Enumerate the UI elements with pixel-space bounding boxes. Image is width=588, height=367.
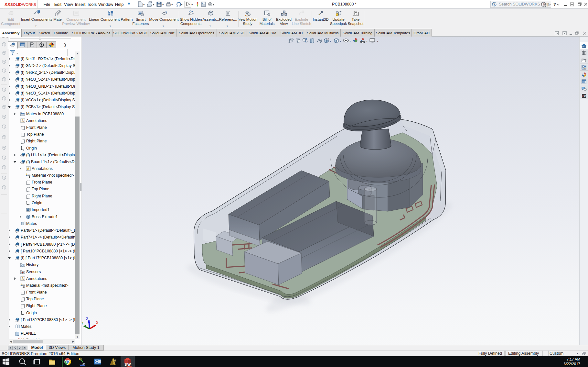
svg-text:▾: ▾: [330, 40, 331, 43]
svg-text:SOLID: SOLID: [10, 2, 22, 6]
svg-text:ЅS: ЅS: [5, 2, 10, 7]
svg-text:A: A: [27, 167, 29, 171]
svg-text:▾: ▾: [143, 3, 145, 6]
svg-text:▾: ▾: [191, 3, 193, 6]
svg-text:▾: ▾: [213, 3, 214, 6]
svg-text:▾: ▾: [181, 3, 183, 6]
svg-text:WORKS: WORKS: [22, 2, 36, 6]
svg-text:▾: ▾: [349, 40, 351, 43]
svg-text:!: !: [337, 13, 337, 16]
svg-text:▾: ▾: [366, 40, 368, 43]
svg-text:▾: ▾: [340, 40, 341, 43]
svg-text:S: S: [124, 362, 127, 366]
svg-text:X: X: [96, 321, 99, 325]
svg-text:?: ?: [553, 2, 556, 7]
svg-text:C: C: [584, 95, 586, 98]
svg-text:?: ?: [493, 3, 495, 6]
svg-text:▾: ▾: [377, 40, 378, 43]
svg-text:▾: ▾: [153, 3, 155, 6]
svg-text:▾: ▾: [162, 3, 164, 6]
svg-text:W: W: [127, 362, 131, 366]
svg-text:Y: Y: [82, 322, 83, 326]
svg-text:▾: ▾: [171, 3, 173, 6]
svg-text:Z: Z: [86, 317, 88, 321]
svg-text:A: A: [22, 277, 24, 281]
svg-text:A: A: [22, 119, 24, 123]
